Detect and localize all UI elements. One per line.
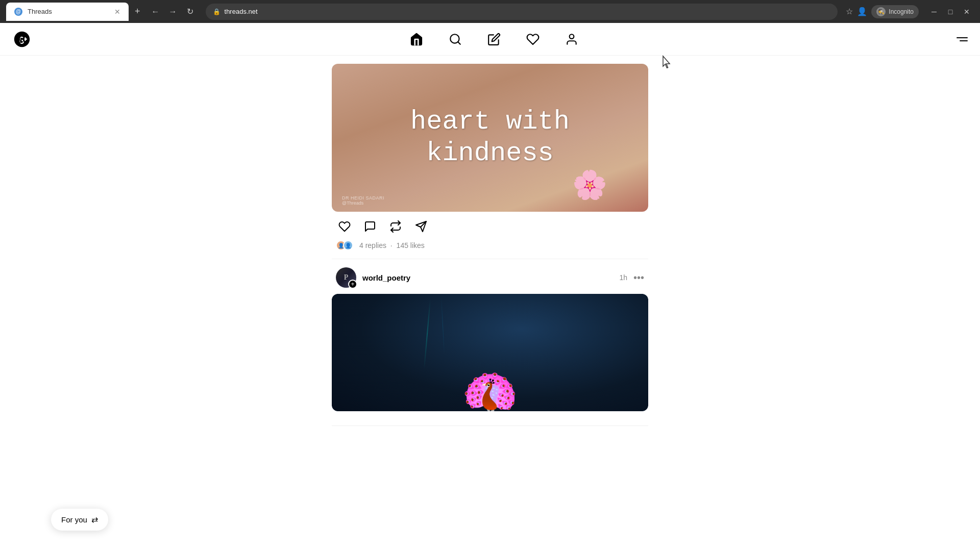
refresh-button[interactable]: ↻ [183, 5, 198, 19]
replies-count: 4 replies · 145 likes [359, 241, 425, 249]
share-button[interactable] [412, 218, 430, 235]
svg-line-2 [458, 42, 460, 44]
browser-controls: ← → ↻ [149, 5, 198, 19]
for-you-refresh-icon: ⇄ [91, 515, 98, 524]
like-button[interactable] [336, 218, 353, 235]
window-controls: ─ □ ✕ [927, 5, 974, 19]
post-2-meta: 1h ••• [619, 272, 644, 284]
follow-plus-badge[interactable]: + [348, 280, 357, 289]
new-tab-button[interactable]: + [135, 6, 140, 17]
main-content: heart withkindness 🌸 DR HEIDI SADARI @Th… [0, 56, 980, 551]
lock-icon: 🔒 [213, 8, 220, 15]
nav-icons [409, 32, 579, 46]
minimize-button[interactable]: ─ [927, 5, 941, 19]
bookmark-icon[interactable]: ☆ [846, 7, 853, 16]
home-nav-icon[interactable] [409, 32, 424, 46]
top-nav: @ [0, 23, 980, 56]
post-1-credit: DR HEIDI SADARI @Threads [342, 195, 384, 206]
close-button[interactable]: ✕ [960, 5, 974, 19]
post-1-image-content: heart withkindness 🌸 DR HEIDI SADARI @Th… [332, 64, 648, 212]
post-2-image-content: 🦚 [332, 294, 648, 411]
post-1-image-text: heart withkindness [410, 106, 570, 170]
post-2-time: 1h [619, 273, 627, 282]
profile-nav-icon[interactable] [565, 32, 579, 46]
reply-avatars: 👤 👤 [336, 240, 350, 251]
menu-line-top [957, 37, 968, 38]
more-options-button[interactable]: ••• [633, 272, 644, 284]
menu-button[interactable] [957, 37, 968, 41]
post-2-header: P + world_poetry 1h ••• [332, 267, 648, 288]
post-1-image: heart withkindness 🌸 DR HEIDI SADARI @Th… [332, 64, 648, 212]
browser-chrome: @ Threads ✕ + ← → ↻ 🔒 threads.net ☆ 👤 🕵 … [0, 0, 980, 23]
profile-icon[interactable]: 👤 [857, 7, 867, 16]
activity-nav-icon[interactable] [526, 32, 540, 46]
post-2-username[interactable]: world_poetry [362, 273, 410, 282]
post-2-image: 🦚 [332, 294, 648, 411]
incognito-button[interactable]: 🕵 Incognito [871, 5, 919, 18]
feather-container: 🦚 [332, 294, 648, 411]
post-2: P + world_poetry 1h ••• [332, 259, 648, 426]
feed: heart withkindness 🌸 DR HEIDI SADARI @Th… [332, 56, 648, 551]
menu-line-bottom [960, 40, 968, 41]
post-2-user: P + world_poetry [336, 267, 410, 288]
browser-tab[interactable]: @ Threads ✕ [6, 3, 129, 21]
svg-text:@: @ [15, 33, 25, 45]
forward-button[interactable]: → [166, 5, 180, 19]
tab-title: Threads [28, 8, 109, 15]
post-1-actions [332, 218, 648, 235]
threads-logo[interactable]: @ [12, 30, 32, 49]
browser-action-buttons: ☆ 👤 🕵 Incognito [846, 5, 919, 18]
peacock-feather-emoji: 🦚 [461, 370, 519, 411]
url-text: threads.net [225, 8, 258, 15]
post-1-engagement: 👤 👤 4 replies · 145 likes [332, 240, 648, 251]
repost-button[interactable] [387, 218, 404, 235]
tab-favicon: @ [14, 8, 22, 16]
for-you-label: For you [61, 515, 87, 524]
post-1: heart withkindness 🌸 DR HEIDI SADARI @Th… [332, 56, 648, 259]
post-2-avatar-wrap: P + [336, 267, 356, 288]
back-button[interactable]: ← [149, 5, 163, 19]
search-nav-icon[interactable] [448, 32, 462, 46]
incognito-icon: 🕵 [876, 7, 886, 16]
address-bar[interactable]: 🔒 threads.net [206, 4, 838, 20]
incognito-label: Incognito [889, 8, 914, 15]
threads-logo-svg: @ [12, 30, 32, 49]
app: @ [0, 23, 980, 551]
comment-button[interactable] [361, 218, 379, 235]
compose-nav-icon[interactable] [487, 32, 501, 46]
flower-decoration: 🌸 [572, 168, 607, 202]
svg-point-3 [570, 34, 574, 39]
maximize-button[interactable]: □ [943, 5, 958, 19]
for-you-pill[interactable]: For you ⇄ [51, 509, 108, 531]
reply-avatar-2: 👤 [343, 240, 353, 251]
tab-close-icon[interactable]: ✕ [114, 8, 120, 16]
